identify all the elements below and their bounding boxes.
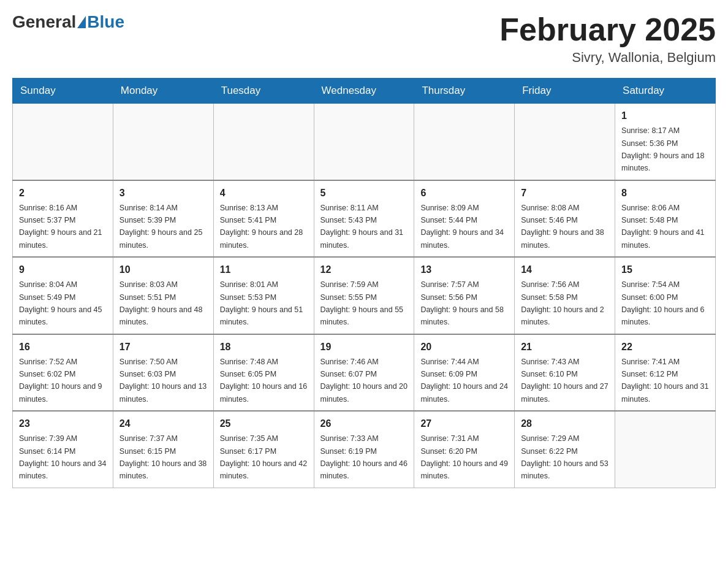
day-info: Sunrise: 8:04 AMSunset: 5:49 PMDaylight:…: [19, 280, 102, 326]
day-info: Sunrise: 7:43 AMSunset: 6:10 PMDaylight:…: [521, 358, 608, 404]
calendar-day-cell: 8 Sunrise: 8:06 AMSunset: 5:48 PMDayligh…: [615, 180, 716, 258]
calendar-day-cell: 20 Sunrise: 7:44 AMSunset: 6:09 PMDaylig…: [414, 334, 515, 412]
day-info: Sunrise: 7:52 AMSunset: 6:02 PMDaylight:…: [19, 358, 102, 404]
day-info: Sunrise: 7:57 AMSunset: 5:56 PMDaylight:…: [420, 280, 504, 326]
day-number: 20: [420, 340, 508, 354]
calendar-day-cell: 12 Sunrise: 7:59 AMSunset: 5:55 PMDaylig…: [314, 257, 414, 334]
logo-triangle-icon: [77, 16, 86, 28]
calendar-day-cell: 23 Sunrise: 7:39 AMSunset: 6:14 PMDaylig…: [13, 411, 113, 488]
calendar-day-cell: 13 Sunrise: 7:57 AMSunset: 5:56 PMDaylig…: [414, 257, 515, 334]
calendar-day-cell: 2 Sunrise: 8:16 AMSunset: 5:37 PMDayligh…: [13, 180, 113, 258]
day-info: Sunrise: 7:44 AMSunset: 6:09 PMDaylight:…: [420, 358, 507, 404]
day-number: 23: [19, 416, 107, 431]
title-block: February 2025 Sivry, Wallonia, Belgium: [499, 12, 716, 66]
calendar-day-cell: 22 Sunrise: 7:41 AMSunset: 6:12 PMDaylig…: [615, 334, 716, 412]
calendar-day-cell: 18 Sunrise: 7:48 AMSunset: 6:05 PMDaylig…: [213, 334, 314, 412]
calendar-week-row: 16 Sunrise: 7:52 AMSunset: 6:02 PMDaylig…: [13, 334, 716, 412]
calendar-week-row: 2 Sunrise: 8:16 AMSunset: 5:37 PMDayligh…: [13, 180, 716, 258]
calendar-day-cell: 9 Sunrise: 8:04 AMSunset: 5:49 PMDayligh…: [13, 257, 113, 334]
calendar-table: SundayMondayTuesdayWednesdayThursdayFrid…: [12, 78, 716, 488]
calendar-day-cell: [13, 104, 113, 180]
logo-blue-text: Blue: [87, 12, 124, 32]
day-info: Sunrise: 7:59 AMSunset: 5:55 PMDaylight:…: [320, 280, 404, 326]
day-number: 19: [320, 340, 408, 354]
day-info: Sunrise: 8:13 AMSunset: 5:41 PMDaylight:…: [220, 204, 303, 250]
weekday-header-friday: Friday: [515, 79, 615, 104]
day-number: 15: [621, 262, 709, 277]
calendar-day-cell: 24 Sunrise: 7:37 AMSunset: 6:15 PMDaylig…: [113, 411, 213, 488]
day-info: Sunrise: 7:56 AMSunset: 5:58 PMDaylight:…: [521, 280, 604, 326]
day-number: 18: [220, 340, 308, 354]
day-info: Sunrise: 8:01 AMSunset: 5:53 PMDaylight:…: [220, 280, 303, 326]
day-number: 22: [621, 340, 709, 354]
day-info: Sunrise: 8:06 AMSunset: 5:48 PMDaylight:…: [621, 204, 705, 250]
day-number: 13: [420, 262, 508, 277]
weekday-header-wednesday: Wednesday: [314, 79, 414, 104]
weekday-header-row: SundayMondayTuesdayWednesdayThursdayFrid…: [13, 79, 716, 104]
day-number: 26: [320, 416, 408, 431]
calendar-day-cell: [113, 104, 213, 180]
weekday-header-monday: Monday: [113, 79, 213, 104]
location-text: Sivry, Wallonia, Belgium: [499, 50, 716, 66]
day-info: Sunrise: 7:41 AMSunset: 6:12 PMDaylight:…: [621, 358, 708, 404]
logo: General Blue: [12, 12, 124, 32]
calendar-day-cell: 26 Sunrise: 7:33 AMSunset: 6:19 PMDaylig…: [314, 411, 414, 488]
day-number: 25: [220, 416, 308, 431]
day-number: 21: [521, 340, 609, 354]
calendar-day-cell: 16 Sunrise: 7:52 AMSunset: 6:02 PMDaylig…: [13, 334, 113, 412]
calendar-day-cell: 3 Sunrise: 8:14 AMSunset: 5:39 PMDayligh…: [113, 180, 213, 258]
day-info: Sunrise: 8:11 AMSunset: 5:43 PMDaylight:…: [320, 204, 404, 250]
calendar-day-cell: 10 Sunrise: 8:03 AMSunset: 5:51 PMDaylig…: [113, 257, 213, 334]
day-info: Sunrise: 7:50 AMSunset: 6:03 PMDaylight:…: [119, 358, 207, 404]
day-number: 3: [119, 186, 207, 201]
calendar-day-cell: [414, 104, 515, 180]
day-info: Sunrise: 7:46 AMSunset: 6:07 PMDaylight:…: [320, 358, 408, 404]
day-number: 8: [621, 186, 709, 201]
day-number: 16: [19, 340, 107, 354]
day-number: 27: [420, 416, 508, 431]
calendar-day-cell: 17 Sunrise: 7:50 AMSunset: 6:03 PMDaylig…: [113, 334, 213, 412]
calendar-week-row: 1 Sunrise: 8:17 AMSunset: 5:36 PMDayligh…: [13, 104, 716, 180]
calendar-day-cell: 11 Sunrise: 8:01 AMSunset: 5:53 PMDaylig…: [213, 257, 314, 334]
day-info: Sunrise: 7:33 AMSunset: 6:19 PMDaylight:…: [320, 434, 408, 480]
day-number: 9: [19, 262, 107, 277]
page-header: General Blue February 2025 Sivry, Wallon…: [12, 12, 716, 66]
day-number: 17: [119, 340, 207, 354]
day-info: Sunrise: 8:16 AMSunset: 5:37 PMDaylight:…: [19, 204, 102, 250]
day-info: Sunrise: 8:17 AMSunset: 5:36 PMDaylight:…: [621, 126, 705, 172]
day-info: Sunrise: 7:54 AMSunset: 6:00 PMDaylight:…: [621, 280, 705, 326]
day-info: Sunrise: 7:31 AMSunset: 6:20 PMDaylight:…: [420, 434, 507, 480]
calendar-day-cell: 5 Sunrise: 8:11 AMSunset: 5:43 PMDayligh…: [314, 180, 414, 258]
day-number: 12: [320, 262, 408, 277]
calendar-day-cell: 7 Sunrise: 8:08 AMSunset: 5:46 PMDayligh…: [515, 180, 615, 258]
calendar-day-cell: [515, 104, 615, 180]
day-info: Sunrise: 8:09 AMSunset: 5:44 PMDaylight:…: [420, 204, 504, 250]
calendar-day-cell: 4 Sunrise: 8:13 AMSunset: 5:41 PMDayligh…: [213, 180, 314, 258]
calendar-day-cell: 28 Sunrise: 7:29 AMSunset: 6:22 PMDaylig…: [515, 411, 615, 488]
calendar-day-cell: 21 Sunrise: 7:43 AMSunset: 6:10 PMDaylig…: [515, 334, 615, 412]
calendar-day-cell: [314, 104, 414, 180]
day-number: 10: [119, 262, 207, 277]
day-info: Sunrise: 7:29 AMSunset: 6:22 PMDaylight:…: [521, 434, 608, 480]
calendar-day-cell: [615, 411, 716, 488]
day-number: 5: [320, 186, 408, 201]
calendar-day-cell: 14 Sunrise: 7:56 AMSunset: 5:58 PMDaylig…: [515, 257, 615, 334]
day-info: Sunrise: 7:35 AMSunset: 6:17 PMDaylight:…: [220, 434, 307, 480]
day-number: 14: [521, 262, 609, 277]
day-info: Sunrise: 8:03 AMSunset: 5:51 PMDaylight:…: [119, 280, 203, 326]
day-info: Sunrise: 7:48 AMSunset: 6:05 PMDaylight:…: [220, 358, 307, 404]
calendar-day-cell: 25 Sunrise: 7:35 AMSunset: 6:17 PMDaylig…: [213, 411, 314, 488]
day-number: 11: [220, 262, 308, 277]
day-info: Sunrise: 7:37 AMSunset: 6:15 PMDaylight:…: [119, 434, 207, 480]
day-info: Sunrise: 8:14 AMSunset: 5:39 PMDaylight:…: [119, 204, 203, 250]
weekday-header-tuesday: Tuesday: [213, 79, 314, 104]
calendar-week-row: 23 Sunrise: 7:39 AMSunset: 6:14 PMDaylig…: [13, 411, 716, 488]
day-info: Sunrise: 8:08 AMSunset: 5:46 PMDaylight:…: [521, 204, 604, 250]
day-number: 28: [521, 416, 609, 431]
calendar-day-cell: [213, 104, 314, 180]
day-number: 4: [220, 186, 308, 201]
day-number: 6: [420, 186, 508, 201]
calendar-day-cell: 19 Sunrise: 7:46 AMSunset: 6:07 PMDaylig…: [314, 334, 414, 412]
calendar-day-cell: 15 Sunrise: 7:54 AMSunset: 6:00 PMDaylig…: [615, 257, 716, 334]
weekday-header-thursday: Thursday: [414, 79, 515, 104]
